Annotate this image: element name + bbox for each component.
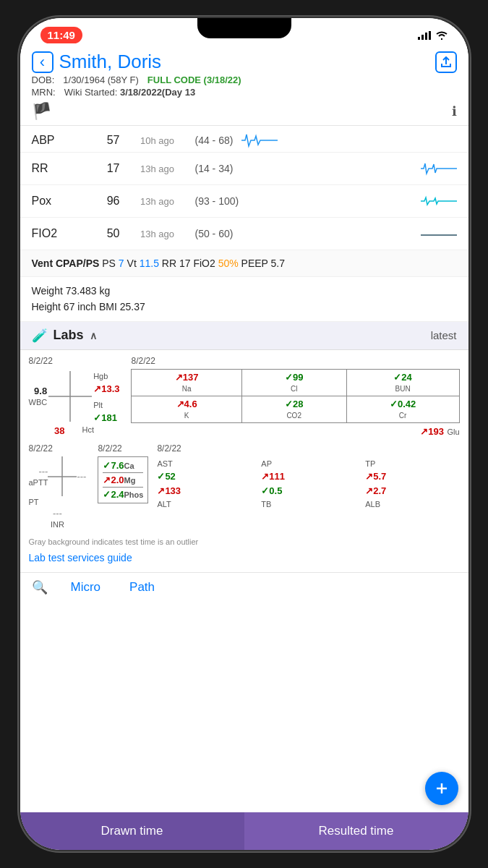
hct-label: Hct [82, 425, 94, 436]
vent-vt-label: Vt [127, 258, 140, 269]
inr-label: INR [51, 520, 64, 529]
rr-row: RR 17 13h ago (14 - 34) [20, 153, 468, 185]
resulted-time-button[interactable]: Resulted time [244, 812, 468, 850]
coag-block: 8/2/22 --- aPTT --- [29, 443, 87, 529]
labs-row2: 8/2/22 --- aPTT --- [29, 443, 460, 529]
pox-row: Pox 96 13h ago (93 - 100) [20, 185, 468, 218]
height-row: Height 67 inch BMI 25.37 [32, 299, 457, 315]
lab-guide-link[interactable]: Lab test services guide [29, 549, 460, 566]
labs-panel: 8/2/22 9.8 WBC [20, 350, 468, 572]
mrn-row: MRN: Wiki Started: 3/18/2022(Day 13 [32, 87, 457, 98]
phos-value: ✓2.4Phos [103, 489, 143, 500]
abp-label: ABP [32, 134, 75, 147]
cl-cell: ✓99 Cl [242, 370, 346, 396]
patient-header: ‹ Smith, Doris DOB: 1/30/1964 (58Y F) FU… [20, 46, 468, 126]
fio2-time: 13h ago [129, 229, 187, 239]
svg-rect-3 [429, 31, 431, 40]
cbc-section: 8/2/22 9.8 WBC [29, 356, 460, 438]
coag-date: 8/2/22 [29, 443, 87, 454]
lft-block: 8/2/22 AST ✓52 AP ↗111 TP [157, 443, 459, 510]
rr-range: (14 - 34) [195, 163, 412, 174]
outlier-note: Gray background indicates test time is a… [29, 535, 460, 549]
dob-label: DOB: [32, 75, 55, 85]
ap-cell: AP ↗111 [261, 456, 358, 482]
vent-peep-label: PEEP [241, 258, 271, 269]
drawn-time-button[interactable]: Drawn time [20, 812, 244, 850]
search-icon[interactable]: 🔍 [32, 579, 48, 595]
pox-chart [421, 192, 457, 210]
hgb-value: ↗13.3 [93, 383, 119, 394]
pt-label: PT [29, 498, 39, 506]
labs-title: 🧪 Labs ∧ [32, 328, 97, 344]
glu-value: ↗193 [420, 426, 444, 437]
lft-date: 8/2/22 [157, 443, 459, 454]
labs-header[interactable]: 🧪 Labs ∧ latest [20, 322, 468, 350]
coag-cross-svg [48, 456, 77, 496]
aptt-label: aPTT [29, 478, 48, 487]
vent-vt: 11.5 [140, 258, 159, 269]
fio2-value: 50 [84, 227, 120, 240]
tab-micro[interactable]: Micro [65, 577, 107, 597]
status-time: 11:49 [40, 27, 82, 43]
physical-row: Weight 73.483 kg Height 67 inch BMI 25.3… [20, 277, 468, 322]
glu-label: Glu [447, 427, 459, 436]
vent-row: Vent CPAP/PS PS 7 Vt 11.5 RR 17 FiO2 50%… [20, 250, 468, 277]
abp-row: ABP 57 10h ago (44 - 68) [20, 126, 468, 153]
wiki-info: Wiki Started: 3/18/2022(Day 13 [64, 87, 195, 98]
share-button[interactable] [435, 51, 457, 73]
patient-name: Smith, Doris [59, 51, 162, 73]
vent-fio2-label: FiO2 [193, 258, 218, 269]
header-top: ‹ Smith, Doris [32, 51, 457, 73]
misc-block: 8/2/22 ✓7.6Ca ↗2.0Mg ✓2.4Phos [98, 443, 148, 503]
fio2-label: FIO2 [32, 227, 75, 240]
bun-cell: ✓24 BUN [347, 370, 459, 396]
status-icons [418, 30, 448, 41]
info-button[interactable]: ℹ [452, 103, 457, 119]
pox-label: Pox [32, 195, 75, 208]
cbc-cross-svg [48, 371, 92, 422]
abp-value: 57 [84, 134, 120, 147]
hgb-label: Hgb [93, 372, 108, 380]
rr-chart [421, 160, 457, 177]
wbc-value: 9.8 [34, 386, 47, 396]
labs-latest-label: latest [431, 329, 457, 341]
tp-cell: TP ↗5.7 [365, 456, 459, 482]
co2-cell: ✓28 CO2 [242, 396, 346, 422]
abp-range: (44 - 68) [195, 135, 234, 146]
pox-range: (93 - 100) [195, 195, 412, 207]
fio2-chart [421, 225, 457, 242]
bottom-bar: Drawn time Resulted time [20, 812, 468, 850]
bmp-date: 8/2/22 [131, 356, 459, 366]
vent-peep: 5.7 [271, 258, 285, 269]
bmp-block: 8/2/22 ↗137 Na ✓99 Cl [131, 356, 459, 438]
wbc-val2: 38 [54, 425, 64, 436]
vent-rr-label: RR [162, 258, 179, 269]
wifi-icon [435, 30, 448, 41]
na-cell: ↗137 Na [132, 370, 241, 396]
rr-time: 13h ago [129, 163, 187, 174]
plt-label: Plt [93, 401, 103, 409]
back-button[interactable]: ‹ [32, 51, 53, 73]
dob-value: 1/30/1964 (58Y F) [63, 75, 139, 85]
signal-icon [418, 31, 431, 40]
flag-button[interactable]: 🏴 [32, 102, 51, 121]
fio2-row: FIO2 50 13h ago (50 - 60) [20, 218, 468, 250]
main-content: ABP 57 10h ago (44 - 68) RR 17 13h ago (… [20, 126, 468, 812]
ast-cell: AST ✓52 [157, 456, 254, 482]
tab-path[interactable]: Path [124, 577, 160, 597]
tb-cell: ✓0.5 TB [261, 484, 358, 510]
patient-info: DOB: 1/30/1964 (58Y F) FULL CODE (3/18/2… [32, 75, 457, 85]
mg-value: ↗2.0Mg [103, 475, 143, 485]
mrn-label: MRN: [32, 87, 56, 98]
cbc-date: 8/2/22 [29, 356, 120, 366]
svg-rect-2 [425, 33, 427, 40]
header-actions: 🏴 ℹ [32, 98, 457, 121]
labs-caret-icon: ∧ [90, 330, 97, 341]
name-row: ‹ Smith, Doris [32, 51, 162, 73]
fab-button[interactable] [425, 772, 458, 805]
weight-row: Weight 73.483 kg [32, 283, 457, 299]
vent-fio2: 50% [218, 258, 239, 269]
svg-rect-0 [418, 37, 420, 40]
abp-time: 10h ago [129, 135, 187, 146]
k-cell: ↗4.6 K [132, 396, 241, 422]
